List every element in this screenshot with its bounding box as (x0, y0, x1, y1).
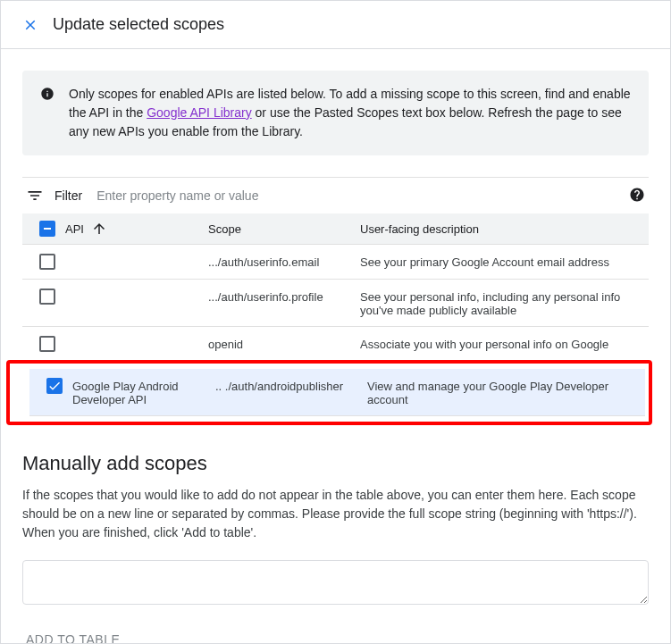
table-row[interactable]: .../auth/userinfo.emailSee your primary … (22, 245, 649, 280)
filter-row: Filter (22, 177, 649, 213)
table-header: API Scope User-facing description (22, 213, 649, 245)
info-text: Only scopes for enabled APIs are listed … (69, 85, 631, 141)
cell-scope: .../auth/userinfo.profile (208, 289, 360, 304)
cell-scope: .../auth/userinfo.email (208, 254, 360, 269)
dialog-title: Update selected scopes (53, 15, 224, 34)
row-checkbox[interactable] (46, 378, 63, 394)
row-checkbox[interactable] (39, 254, 55, 270)
cell-description: View and manage your Google Play Develop… (367, 378, 638, 406)
cell-scope: .. ./auth/androidpublisher (215, 378, 367, 393)
cell-api: Google Play Android Developer API (72, 378, 215, 406)
cell-api (65, 336, 208, 338)
row-checkbox[interactable] (39, 289, 55, 305)
cell-description: See your primary Google Account email ad… (360, 254, 642, 269)
table-row[interactable]: Google Play Android Developer API.. ./au… (29, 369, 645, 416)
table-row[interactable]: .../auth/userinfo.profileSee your person… (22, 280, 649, 327)
manual-scopes-textarea[interactable] (22, 560, 649, 605)
cell-scope: openid (208, 336, 360, 351)
close-icon (22, 17, 38, 33)
scopes-table: API Scope User-facing description .../au… (22, 213, 649, 425)
dialog-header: Update selected scopes (1, 1, 670, 49)
manual-scopes-section: Manually add scopes If the scopes that y… (22, 452, 649, 644)
filter-icon (26, 187, 44, 205)
add-to-table-button[interactable]: ADD TO TABLE (22, 625, 123, 644)
info-icon (40, 87, 55, 101)
info-banner: Only scopes for enabled APIs are listed … (22, 71, 649, 155)
sort-arrow-up-icon (91, 221, 107, 237)
select-all-checkbox[interactable] (39, 221, 55, 237)
column-header-desc[interactable]: User-facing description (360, 222, 642, 236)
cell-api (65, 289, 208, 290)
table-row[interactable]: openidAssociate you with your personal i… (22, 327, 649, 362)
manual-title: Manually add scopes (22, 452, 649, 475)
manual-description: If the scopes that you would like to add… (22, 486, 649, 542)
api-library-link[interactable]: Google API Library (147, 105, 252, 120)
row-checkbox[interactable] (39, 336, 55, 352)
cell-api (65, 254, 208, 255)
highlighted-row: Google Play Android Developer API.. ./au… (6, 360, 652, 425)
filter-label: Filter (55, 188, 82, 203)
column-header-scope[interactable]: Scope (208, 222, 360, 236)
cell-description: Associate you with your personal info on… (360, 336, 642, 351)
column-header-api[interactable]: API (65, 221, 208, 237)
help-icon (629, 187, 645, 203)
close-button[interactable] (22, 17, 38, 33)
help-button[interactable] (629, 187, 645, 205)
filter-input[interactable] (93, 185, 618, 206)
cell-description: See your personal info, including any pe… (360, 289, 642, 317)
